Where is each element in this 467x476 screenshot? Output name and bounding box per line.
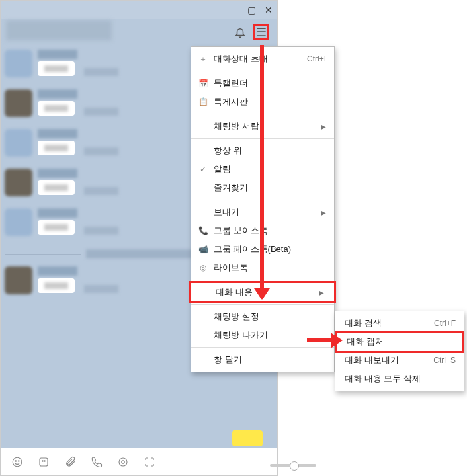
menu-item-icon: 📋: [198, 97, 208, 107]
submenu-item-label: 대화 검색: [345, 317, 429, 329]
emoji-icon[interactable]: [11, 456, 23, 468]
chat-header: ☰: [1, 19, 277, 46]
submenu-item-label: 대화 캡처: [347, 336, 454, 348]
timestamp: [84, 147, 118, 155]
menu-separator: [191, 304, 334, 305]
svg-point-2: [19, 460, 20, 461]
submenu-item-shortcut: Ctrl+S: [433, 356, 456, 365]
menu-item-icon: ＋: [198, 54, 208, 64]
menu-item-icon: 📅: [198, 78, 208, 89]
live-icon[interactable]: [117, 456, 129, 468]
menu-item-icon: [198, 182, 208, 193]
svg-point-7: [119, 458, 127, 466]
menu-item-label: 톡캘린더: [214, 77, 326, 89]
menu-item-label: 알림: [214, 163, 326, 175]
menu-item-icon: [200, 287, 210, 298]
message-bubble: [38, 61, 75, 76]
submenu-item-label: 대화 내보내기: [345, 354, 428, 366]
chevron-right-icon: ▶: [321, 123, 326, 130]
sender-name: [38, 50, 77, 59]
submenu-item-1[interactable]: 대화 캡처: [335, 331, 464, 353]
maximize-button[interactable]: ▢: [245, 5, 257, 15]
chat-content-submenu: 대화 검색Ctrl+F대화 캡처대화 내보내기Ctrl+S대화 내용 모두 삭제: [335, 311, 464, 391]
attach-icon[interactable]: [64, 456, 76, 468]
chevron-right-icon: ▶: [319, 289, 324, 296]
menu-item-icon: [198, 121, 208, 132]
timestamp: [84, 187, 118, 195]
avatar: [5, 208, 32, 236]
avatar: [5, 89, 32, 117]
menu-item-icon: [198, 207, 208, 218]
svg-point-6: [122, 460, 125, 463]
menu-item-icon: [198, 354, 208, 365]
menu-item-icon: [198, 311, 208, 322]
capture-icon[interactable]: [144, 456, 155, 468]
avatar: [5, 129, 32, 157]
submenu-item-shortcut: Ctrl+F: [434, 319, 456, 328]
menu-separator: [191, 347, 334, 348]
menu-item-label: 톡게시판: [214, 96, 326, 108]
own-message-bubble: [232, 430, 263, 446]
svg-point-0: [13, 457, 22, 467]
sender-name: [38, 208, 77, 218]
input-toolbar: [1, 448, 277, 475]
message-bubble: [38, 180, 75, 195]
annotation-arrow-right: [307, 338, 332, 342]
chevron-right-icon: ▶: [321, 209, 326, 216]
avatar: [5, 169, 32, 196]
menu-item-icon: ✓: [198, 164, 208, 175]
message-bubble: [38, 101, 75, 116]
zoom-slider[interactable]: [270, 464, 316, 467]
menu-item-icon: 📞: [198, 225, 208, 236]
timestamp: [84, 68, 118, 76]
menu-item-label: 라이브톡: [214, 262, 326, 274]
svg-point-4: [42, 460, 44, 461]
svg-point-1: [15, 460, 17, 461]
annotation-arrow-down: [260, 45, 264, 290]
sender-name: [38, 129, 77, 138]
menu-item-label: 항상 위: [214, 145, 326, 157]
menu-item-icon: [198, 145, 208, 156]
menu-item-label: 채팅방 설정: [214, 311, 326, 323]
menu-item-icon: ◎: [198, 262, 208, 273]
hamburger-menu-button[interactable]: ☰: [253, 24, 269, 40]
sender-name: [38, 266, 77, 276]
svg-point-5: [44, 460, 46, 461]
menu-item-label: 채팅방 서랍: [214, 120, 316, 132]
menu-item-shortcut: Ctrl+I: [307, 54, 326, 63]
timestamp: [84, 285, 118, 293]
avatar: [5, 266, 32, 294]
svg-rect-3: [40, 458, 48, 466]
chat-title: [6, 20, 112, 40]
message-bubble: [38, 278, 75, 293]
timestamp: [84, 108, 118, 116]
menu-item-label: 즐겨찾기: [214, 182, 326, 194]
minimize-button[interactable]: —: [228, 5, 240, 15]
sticker-icon[interactable]: [38, 456, 50, 468]
message-bubble: [38, 141, 75, 155]
sender-name: [38, 169, 77, 178]
menu-item-label: 보내기: [214, 206, 316, 218]
menu-item-label: 그룹 보이스톡: [214, 225, 326, 237]
window-titlebar: — ▢ ✕: [1, 1, 277, 19]
submenu-item-label: 대화 내용 모두 삭제: [345, 373, 456, 385]
sender-name: [38, 89, 77, 99]
submenu-item-0[interactable]: 대화 검색Ctrl+F: [335, 314, 464, 333]
submenu-item-3[interactable]: 대화 내용 모두 삭제: [335, 370, 464, 388]
menu-item-icon: 📹: [198, 244, 208, 255]
bell-icon[interactable]: [234, 26, 247, 39]
menu-item-label: 그룹 페이스톡(Beta): [214, 243, 326, 255]
menu-item-icon: [198, 330, 208, 340]
timestamp: [84, 227, 118, 235]
call-icon[interactable]: [91, 456, 103, 468]
menu-item-label: 대화상대 초대: [214, 53, 302, 65]
message-bubble: [38, 220, 75, 235]
close-button[interactable]: ✕: [263, 5, 275, 15]
avatar: [5, 50, 32, 77]
menu-item-21[interactable]: 창 닫기: [191, 350, 334, 369]
submenu-item-2[interactable]: 대화 내보내기Ctrl+S: [335, 351, 464, 370]
menu-item-18[interactable]: 채팅방 설정: [191, 307, 334, 326]
menu-item-label: 창 닫기: [214, 354, 326, 366]
